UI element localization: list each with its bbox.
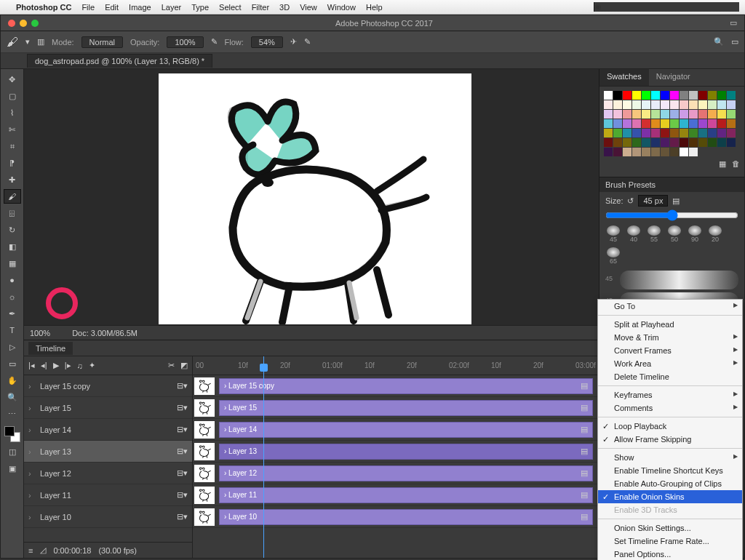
swatch[interactable] [661,110,669,119]
brush-stroke-preview[interactable]: 45 [620,271,738,289]
lasso-tool[interactable]: ⌇ [4,105,21,120]
swatch[interactable] [689,148,698,156]
play-button[interactable]: ▶ [53,361,59,370]
timeline-layer-row[interactable]: ›Layer 13⊟▾ [24,441,192,463]
swatch[interactable] [670,138,679,147]
layer-audio-icon[interactable]: ⊟▾ [177,381,188,391]
swatch[interactable] [698,129,707,137]
swatch[interactable] [632,148,641,156]
swatch[interactable] [623,110,632,119]
timeline-track[interactable]: › Layer 14 ▤+ [193,419,599,441]
swatch[interactable] [632,129,641,137]
timeline-track[interactable]: › Layer 13 ▤+ [193,441,599,463]
workspace-switcher[interactable]: ▭ [722,18,744,28]
swatch[interactable] [642,100,650,109]
swatch[interactable] [613,110,622,119]
brush-tip[interactable]: 65 [605,247,621,265]
swatch[interactable] [680,148,688,156]
swatch[interactable] [642,148,650,156]
eraser-tool[interactable]: ◧ [4,239,21,254]
timeline-tab[interactable]: Timeline [28,342,73,355]
swatch[interactable] [670,110,679,119]
swatch[interactable] [632,110,641,119]
swatch[interactable] [613,100,622,109]
zoom-level[interactable]: 100% [30,329,50,337]
shape-tool[interactable]: ▭ [4,356,21,371]
menu-help[interactable]: Help [366,3,383,12]
timeline-layer-row[interactable]: ›Layer 10⊟▾ [24,506,192,528]
swatch[interactable] [604,119,613,128]
swatch[interactable] [689,110,698,119]
timeline-layer-row[interactable]: ›Layer 11⊟▾ [24,484,192,506]
swatch[interactable] [708,100,717,109]
brush-tip[interactable]: 20 [707,225,723,243]
healing-tool[interactable]: ✚ [4,172,21,187]
tl-zoom-icon[interactable]: ◿ [40,545,46,555]
menu-item[interactable]: Convert Frames [598,344,742,357]
swatch[interactable] [670,119,679,128]
swatch[interactable] [708,110,717,119]
brush-tip[interactable]: 50 [666,225,682,243]
new-swatch-icon[interactable]: ▦ [719,159,726,172]
swatch[interactable] [698,138,707,147]
swatch[interactable] [642,91,650,100]
doc-size[interactable]: Doc: 3.00M/86.5M [72,329,138,337]
swatch[interactable] [680,129,688,137]
timeline-layer-row[interactable]: ›Layer 15⊟▾ [24,397,192,419]
swatch[interactable] [727,129,736,137]
timeline-track[interactable]: › Layer 15 ▤+ [193,397,599,419]
swatch[interactable] [623,129,632,137]
menu-item[interactable]: Enable Auto-Grouping of Clips [598,477,742,490]
color-picker[interactable] [4,426,20,442]
menu-item[interactable]: Enable Onion Skins [598,490,742,503]
size-slider[interactable] [605,209,738,221]
swatch[interactable] [708,119,717,128]
swatch[interactable] [651,138,660,147]
swatches-tab[interactable]: Swatches [599,69,649,86]
layer-audio-icon[interactable]: ⊟▾ [177,403,188,412]
swatch[interactable] [689,119,698,128]
swatch[interactable] [632,119,641,128]
timeline-track[interactable]: › Layer 10 ▤+ [193,506,599,528]
clip[interactable]: › Layer 10 ▤ [219,509,593,525]
swatch[interactable] [727,110,736,119]
swatch[interactable] [680,119,688,128]
swatch[interactable] [680,91,688,100]
layer-audio-icon[interactable]: ⊟▾ [177,425,188,434]
swatch[interactable] [613,148,622,156]
brush-tool-icon[interactable]: 🖌 [7,36,18,49]
menu-type[interactable]: Type [191,3,209,12]
swatch[interactable] [642,110,650,119]
audio-button[interactable]: ♫ [77,361,83,370]
type-tool[interactable]: T [4,323,21,337]
layer-audio-icon[interactable]: ⊟▾ [177,490,188,500]
swatch[interactable] [661,91,669,100]
swatch[interactable] [623,119,632,128]
search-icon[interactable]: 🔍 [714,37,724,47]
menu-item[interactable]: Allow Frame Skipping [598,433,742,446]
timeline-layer-row[interactable]: ›Layer 14⊟▾ [24,419,192,441]
swatch[interactable] [698,119,707,128]
menu-file[interactable]: File [81,3,95,12]
menu-item[interactable]: Panel Options... [598,548,742,560]
swatch[interactable] [670,100,679,109]
timecode[interactable]: 0:00:00:18 [53,546,91,555]
canvas-area[interactable]: 100% Doc: 3.00M/86.5M [24,69,599,340]
swatch[interactable] [727,138,736,147]
menu-image[interactable]: Image [129,3,151,12]
swatch[interactable] [613,129,622,137]
timeline-layer-row[interactable]: ›Layer 12⊟▾ [24,463,192,484]
menu-item[interactable]: Split at Playhead [598,318,742,331]
swatch[interactable] [632,138,641,147]
swatch[interactable] [708,91,717,100]
swatch[interactable] [651,91,660,100]
swatch[interactable] [727,91,736,100]
swatch[interactable] [613,91,622,100]
swatch[interactable] [651,110,660,119]
swatch[interactable] [698,100,707,109]
timeline-track[interactable]: › Layer 11 ▤+ [193,484,599,506]
airbrush-icon[interactable]: ✈ [290,37,297,47]
zoom-tool[interactable]: 🔍 [4,390,21,404]
layer-audio-icon[interactable]: ⊟▾ [177,447,188,456]
swatch[interactable] [604,138,613,147]
